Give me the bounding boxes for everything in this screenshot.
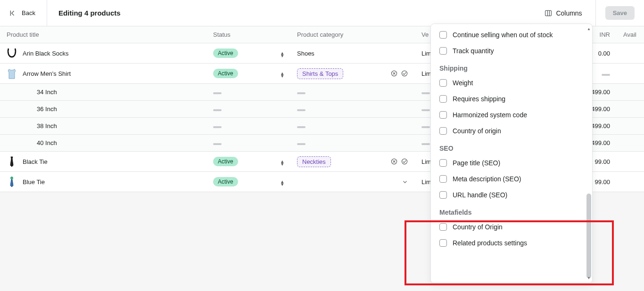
svg-point-6 — [402, 159, 407, 164]
variant-title: 40 Inch — [7, 139, 200, 146]
category-text[interactable]: Shoes — [297, 50, 314, 57]
save-button[interactable]: Save — [605, 6, 635, 20]
dash-icon — [213, 143, 222, 145]
category-cell[interactable]: Shirts & Tops — [297, 68, 408, 79]
popover-heading: Shipping — [431, 59, 592, 75]
checkbox-icon[interactable] — [439, 159, 447, 167]
select-caret-icon[interactable]: ▴▾ — [281, 179, 284, 185]
checkbox-icon[interactable] — [439, 191, 447, 199]
product-thumb — [7, 155, 17, 168]
column-toggle-label: URL handle (SEO) — [453, 191, 507, 199]
col-header-status[interactable]: Status — [206, 26, 290, 43]
category-tag[interactable]: Shirts & Tops — [297, 68, 343, 79]
variant-title: 36 Inch — [7, 105, 200, 113]
column-toggle-label: Country of Origin — [453, 223, 503, 231]
col-header-category[interactable]: Product category — [290, 26, 415, 43]
category-cell[interactable]: Shoes — [297, 50, 408, 57]
top-bar: Back Editing 4 products Columns Save — [0, 0, 644, 26]
column-toggle-item[interactable]: Related products settings — [431, 235, 592, 251]
product-thumb — [7, 176, 17, 188]
popover-heading: SEO — [431, 139, 592, 155]
columns-icon — [545, 9, 552, 17]
checkbox-icon[interactable] — [439, 31, 447, 39]
select-caret-icon[interactable]: ▴▾ — [281, 159, 284, 164]
dash-icon — [421, 143, 430, 145]
column-toggle-item[interactable]: Country of Origin — [431, 219, 592, 235]
column-toggle-label: Country of origin — [453, 127, 501, 135]
clear-icon[interactable] — [390, 158, 398, 165]
scroll-down-icon[interactable]: ▼ — [587, 276, 591, 280]
dash-icon — [297, 109, 305, 111]
checkbox-icon[interactable] — [439, 47, 447, 55]
dash-icon — [297, 92, 305, 94]
dash-icon — [297, 143, 305, 145]
select-caret-icon[interactable]: ▴▾ — [281, 71, 284, 76]
checkbox-icon[interactable] — [439, 111, 447, 119]
chevron-down-icon[interactable] — [402, 178, 408, 185]
checkbox-icon[interactable] — [439, 79, 447, 87]
category-tag[interactable]: Neckties — [297, 156, 331, 167]
status-cell[interactable]: Active▴▾ — [213, 157, 284, 166]
product-thumb — [7, 67, 17, 80]
checkbox-icon[interactable] — [439, 239, 447, 247]
popover-heading: Metafields — [431, 203, 592, 219]
checkbox-icon[interactable] — [439, 175, 447, 183]
column-toggle-label: Related products settings — [453, 239, 527, 247]
column-toggle-item[interactable]: Page title (SEO) — [431, 155, 592, 171]
category-cell[interactable]: Neckties — [297, 156, 408, 167]
product-title: Arin Black Socks — [23, 50, 69, 57]
dash-icon — [213, 126, 222, 128]
col-header-available[interactable]: Avail — [617, 26, 644, 43]
status-badge: Active — [213, 157, 238, 166]
column-toggle-item[interactable]: Track quantity — [431, 43, 592, 59]
confirm-icon[interactable] — [401, 70, 408, 77]
price-value: 99.00 — [594, 178, 610, 186]
status-cell[interactable]: Active▴▾ — [213, 177, 284, 186]
variant-title: 34 Inch — [7, 89, 200, 96]
category-cell[interactable] — [297, 178, 408, 185]
dash-icon — [421, 92, 430, 94]
dash-icon — [602, 74, 610, 76]
column-toggle-item[interactable]: URL handle (SEO) — [431, 187, 592, 203]
column-toggle-item[interactable]: Weight — [431, 75, 592, 91]
select-caret-icon[interactable]: ▴▾ — [281, 50, 284, 56]
page-title: Editing 4 products — [58, 9, 121, 17]
column-toggle-label: Weight — [453, 79, 473, 87]
back-label: Back — [22, 9, 35, 16]
column-toggle-item[interactable]: Requires shipping — [431, 91, 592, 107]
column-toggle-label: Requires shipping — [453, 95, 505, 103]
dash-icon — [421, 109, 430, 111]
column-toggle-item[interactable]: Meta description (SEO) — [431, 171, 592, 187]
product-title: Arrow Men's Shirt — [23, 70, 71, 77]
column-toggle-label: Page title (SEO) — [453, 159, 500, 167]
back-icon — [9, 9, 17, 17]
price-value: 99.00 — [594, 158, 610, 165]
svg-point-4 — [402, 71, 407, 76]
price-value: 0.00 — [598, 50, 610, 57]
column-toggle-label: Harmonized system code — [453, 111, 527, 119]
column-toggle-item[interactable]: Country of origin — [431, 123, 592, 139]
status-cell[interactable]: Active▴▾ — [213, 48, 284, 58]
status-badge: Active — [213, 177, 238, 186]
column-toggle-item[interactable]: Continue selling when out of stock — [431, 27, 592, 43]
checkbox-icon[interactable] — [439, 127, 447, 135]
clear-icon[interactable] — [390, 70, 398, 77]
variant-title: 38 Inch — [7, 122, 200, 129]
checkbox-icon[interactable] — [439, 95, 447, 103]
confirm-icon[interactable] — [401, 158, 408, 165]
column-toggle-label: Continue selling when out of stock — [453, 31, 553, 39]
columns-popover: Continue selling when out of stockTrack … — [430, 24, 593, 283]
scroll-up-icon[interactable]: ▲ — [587, 27, 591, 31]
svg-rect-0 — [545, 10, 552, 16]
column-toggle-label: Meta description (SEO) — [453, 175, 521, 183]
back-button[interactable]: Back — [9, 0, 47, 26]
scrollbar-thumb[interactable] — [586, 194, 591, 278]
status-cell[interactable]: Active▴▾ — [213, 69, 284, 78]
dash-icon — [297, 126, 305, 128]
column-toggle-label: Track quantity — [453, 47, 494, 55]
status-badge: Active — [213, 69, 238, 78]
checkbox-icon[interactable] — [439, 223, 447, 231]
col-header-title[interactable]: Product title — [0, 26, 206, 43]
column-toggle-item[interactable]: Harmonized system code — [431, 107, 592, 123]
columns-button[interactable]: Columns — [539, 0, 595, 26]
